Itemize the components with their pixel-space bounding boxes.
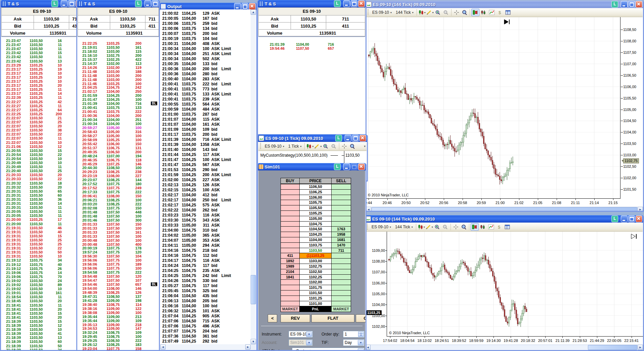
ladder-sell-cell[interactable]: 711 bbox=[331, 248, 351, 254]
time-axis[interactable]: 0:4420:4620:5020:5220:5620:5820:5921:002… bbox=[366, 199, 643, 207]
trade-list[interactable]: 21:01:391104,0071619:54:461107,50657 bbox=[258, 37, 365, 134]
zoom-in-button[interactable] bbox=[434, 224, 441, 230]
close-button[interactable] bbox=[636, 1, 642, 8]
minimize-button[interactable] bbox=[343, 0, 350, 7]
close-button[interactable] bbox=[636, 216, 642, 222]
price-axis[interactable]: 1108,501108,001107,501107,001106,501106,… bbox=[620, 17, 643, 199]
ladder-buy-cell[interactable] bbox=[281, 200, 300, 205]
close-button[interactable]: CLOSE bbox=[356, 314, 367, 322]
tif-select[interactable]: Day▼ bbox=[343, 339, 364, 346]
chevron-down-icon[interactable]: ▼ bbox=[306, 332, 312, 337]
crosshair-button[interactable] bbox=[453, 9, 460, 16]
time-axis[interactable]: 17:54:0218:04:5418:13:0218:24:5118:39:52… bbox=[365, 337, 643, 345]
ladder-sell-cell[interactable] bbox=[331, 253, 351, 259]
link-button[interactable]: L bbox=[51, 0, 58, 7]
ladder-price-cell[interactable]: 1105,00 bbox=[299, 216, 332, 222]
interval-selector[interactable]: 144 Tick▾ bbox=[393, 224, 415, 230]
ladder-buy-cell[interactable] bbox=[281, 216, 300, 222]
link-button[interactable]: L bbox=[611, 216, 618, 222]
scrollbar-thumb[interactable] bbox=[251, 275, 256, 304]
ladder-price-cell[interactable]: 1103,50 bbox=[299, 248, 332, 254]
interval-selector[interactable]: 144 Tick▾ bbox=[394, 9, 416, 15]
maximize-button[interactable] bbox=[152, 0, 159, 7]
ladder-sell-cell[interactable] bbox=[331, 296, 351, 301]
ladder-sell-cell[interactable] bbox=[331, 200, 351, 205]
close-button[interactable] bbox=[249, 3, 256, 10]
maximize-button[interactable] bbox=[242, 3, 248, 10]
zoom-in-button[interactable] bbox=[434, 9, 442, 16]
ladder-price-cell[interactable]: 1101,75 bbox=[299, 285, 332, 290]
ladder-price-cell[interactable]: 1102,75 bbox=[299, 264, 332, 269]
buy-market-button[interactable]: MARKET bbox=[281, 306, 300, 312]
ladder-price-cell[interactable]: 1102,25 bbox=[299, 274, 332, 280]
scroll-right-button[interactable]: ► bbox=[638, 345, 643, 350]
maximize-button[interactable] bbox=[628, 1, 635, 8]
link-button[interactable]: L bbox=[135, 0, 142, 7]
atm-strategy-select[interactable]: <Custom>▼ bbox=[292, 348, 364, 351]
ladder-sell-cell[interactable]: 1958 bbox=[331, 232, 351, 237]
data-box-button[interactable] bbox=[349, 143, 356, 150]
maximize-button[interactable] bbox=[352, 135, 359, 142]
price-axis[interactable]: 1109,001108,001107,001106,001105,001104,… bbox=[365, 232, 387, 337]
ladder-price-cell[interactable]: 1104,00 bbox=[299, 237, 332, 243]
instrument-selector[interactable]: ES 09-10▾ bbox=[370, 224, 393, 230]
scrollbar-thumb[interactable] bbox=[588, 345, 637, 350]
titlebar-chart-bottom[interactable]: ES 09-10 (144 Tick) 09.09.2010 L bbox=[364, 215, 644, 223]
draw-tool-button[interactable]: ▾ bbox=[314, 143, 321, 150]
ladder-price-cell[interactable]: 1101,25 bbox=[299, 296, 332, 301]
indicator-button[interactable] bbox=[487, 224, 495, 230]
data-series-button[interactable]: $ bbox=[496, 224, 503, 230]
bar-type-button[interactable] bbox=[480, 9, 487, 16]
ladder-buy-cell[interactable] bbox=[281, 285, 300, 290]
ladder-price-cell[interactable]: 1106,50 bbox=[299, 184, 332, 190]
link-button[interactable]: L bbox=[611, 1, 618, 8]
zoom-out-button[interactable] bbox=[442, 9, 450, 16]
chart-style-button[interactable]: ▾ bbox=[418, 9, 426, 16]
crosshair-button[interactable] bbox=[452, 224, 460, 230]
ladder-price-cell[interactable]: 1101,00 bbox=[299, 301, 332, 307]
ladder-sell-cell[interactable] bbox=[331, 279, 351, 285]
ladder-price-cell[interactable]: 1106,00 bbox=[299, 195, 332, 200]
chart-grid-button[interactable] bbox=[504, 9, 512, 16]
minimize-button[interactable] bbox=[621, 216, 628, 222]
ladder-price-cell[interactable]: 1106,25 bbox=[299, 189, 332, 195]
titlebar-ts2[interactable]: T & S L bbox=[76, 0, 160, 7]
ladder-price-cell[interactable]: 1103,00 bbox=[299, 258, 332, 264]
titlebar-chart-top[interactable]: ES 09-10 (144 Tick) 09.09.2010 L bbox=[364, 1, 644, 8]
ladder-buy-cell[interactable] bbox=[281, 248, 300, 254]
minimize-button[interactable] bbox=[144, 0, 151, 7]
draw-tool-button[interactable]: ▾ bbox=[426, 9, 434, 16]
titlebar-ts1[interactable]: T & S L bbox=[0, 0, 84, 7]
ladder-buy-cell[interactable] bbox=[281, 301, 300, 307]
scroll-down-button[interactable]: ▼ bbox=[251, 339, 256, 344]
ladder-sell-cell[interactable] bbox=[331, 285, 351, 290]
ladder-buy-cell[interactable] bbox=[281, 237, 300, 243]
toolbar-overflow-icon[interactable]: ▾ bbox=[364, 145, 366, 148]
chart-style-button[interactable]: ▾ bbox=[418, 224, 425, 230]
ladder-sell-cell[interactable] bbox=[331, 195, 351, 200]
ladder-buy-cell[interactable]: 1841 bbox=[281, 274, 300, 280]
draw-tool-button[interactable]: ▾ bbox=[426, 224, 433, 230]
ladder-buy-cell[interactable] bbox=[281, 221, 300, 227]
ladder-buy-cell[interactable] bbox=[281, 226, 300, 232]
ladder-buy-cell[interactable]: 1892 bbox=[281, 258, 300, 264]
ladder-price-cell[interactable]: 1102,00 bbox=[299, 279, 332, 285]
scroll-right-button[interactable]: ► bbox=[245, 344, 251, 350]
ladder-price-cell[interactable]: 1105,25 bbox=[299, 210, 332, 216]
ladder-buy-cell[interactable]: 1989 bbox=[281, 264, 300, 269]
ladder-sell-cell[interactable] bbox=[331, 258, 351, 264]
link-button[interactable]: L bbox=[335, 135, 342, 142]
sell-market-button[interactable]: MARKET bbox=[331, 306, 351, 312]
zoom-in-button[interactable] bbox=[322, 143, 330, 150]
chart-horizontal-scrollbar[interactable]: ◄ ► bbox=[365, 345, 643, 350]
data-series-button[interactable]: $ bbox=[496, 9, 504, 16]
chevron-down-icon[interactable]: ▼ bbox=[358, 348, 364, 351]
close-button[interactable] bbox=[358, 163, 365, 170]
interval-selector[interactable]: 1 Tick▾ bbox=[286, 143, 303, 149]
data-box-button[interactable] bbox=[460, 224, 468, 230]
ladder-buy-cell[interactable] bbox=[281, 189, 300, 195]
ladder-price-cell[interactable]: 1104,75 bbox=[299, 221, 332, 227]
scroll-left-button[interactable]: ◄ bbox=[366, 207, 371, 212]
ladder-price-cell[interactable]: 1101,50 bbox=[299, 290, 332, 296]
trade-list[interactable]: 21:22:251103,2520021:19:011103,5016121:1… bbox=[78, 37, 159, 350]
